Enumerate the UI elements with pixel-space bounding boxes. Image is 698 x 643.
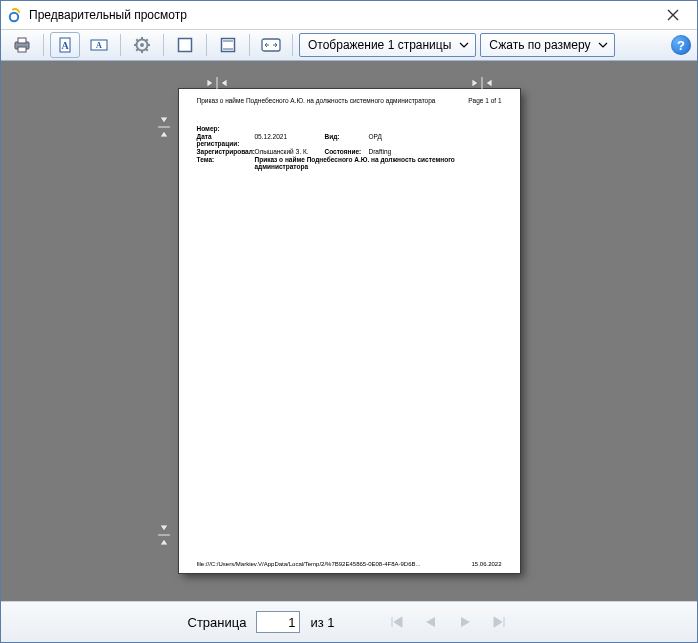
field-subject-label: Тема: — [197, 156, 255, 170]
doc-footer-date: 15.06.2022 — [471, 561, 501, 567]
titlebar: Предварительный просмотр — [1, 1, 697, 30]
doc-header-page: Page 1 of 1 — [468, 97, 501, 104]
pager-bar: Страница из 1 — [1, 601, 697, 642]
field-state-label: Состояние: — [325, 148, 369, 155]
pager-label-suffix: из 1 — [310, 615, 334, 630]
svg-line-17 — [136, 49, 138, 51]
margin-handle-horizontal[interactable] — [472, 77, 492, 89]
view-mode-combo[interactable]: Отображение 1 страницы — [299, 33, 476, 57]
svg-rect-4 — [60, 38, 70, 52]
full-width-button[interactable] — [256, 32, 286, 58]
portrait-button[interactable]: A — [50, 32, 80, 58]
doc-body: Номер: Дата регистрации: 05.12.2021 Вид:… — [197, 125, 502, 171]
toolbar-separator — [120, 34, 121, 56]
field-registeredby-value: Олышанский З. К. — [255, 148, 325, 155]
svg-line-14 — [136, 39, 138, 41]
field-state-value: Drafting — [369, 148, 502, 155]
svg-text:A: A — [61, 40, 69, 51]
field-regdate-value: 05.12.2021 — [255, 133, 325, 147]
pager-last-button[interactable] — [487, 611, 511, 633]
field-regdate-label: Дата регистрации: — [197, 133, 255, 147]
margin-handle-vertical[interactable] — [158, 117, 170, 137]
zoom-combo-label: Сжать по размеру — [489, 38, 590, 52]
field-number-label: Номер: — [197, 125, 255, 132]
close-button[interactable] — [655, 3, 691, 27]
preview-page: Приказ о найме Поднебесного А.Ю. на долж… — [179, 89, 520, 573]
pager-label-prefix: Страница — [188, 615, 247, 630]
svg-line-15 — [146, 49, 148, 51]
toolbar-separator — [163, 34, 164, 56]
svg-rect-6 — [91, 40, 107, 50]
toolbar-separator — [43, 34, 44, 56]
page-setup-button[interactable] — [127, 32, 157, 58]
pager-prev-button[interactable] — [419, 611, 443, 633]
doc-footer-path: file:///C:/Users/Markiev.V/AppData/Local… — [197, 561, 421, 567]
chevron-down-icon — [459, 42, 469, 48]
pager-current-input[interactable] — [256, 611, 300, 633]
doc-header-title: Приказ о найме Поднебесного А.Ю. на долж… — [197, 97, 436, 104]
toolbar-separator — [206, 34, 207, 56]
field-registeredby-label: Зарегистрировал: — [197, 148, 255, 155]
svg-text:A: A — [96, 41, 102, 50]
landscape-button[interactable]: A — [84, 32, 114, 58]
svg-point-8 — [137, 40, 148, 51]
toolbar: A A — [1, 30, 697, 61]
margin-handle-vertical[interactable] — [158, 525, 170, 545]
pager-next-button[interactable] — [453, 611, 477, 633]
app-icon — [7, 7, 23, 23]
field-subject-value: Приказ о найме Поднебесного А.Ю. на долж… — [255, 156, 502, 170]
svg-line-16 — [146, 39, 148, 41]
view-mode-combo-label: Отображение 1 страницы — [308, 38, 451, 52]
field-kind-value: ОРД — [369, 133, 502, 147]
preview-canvas: Приказ о найме Поднебесного А.Ю. на долж… — [1, 61, 697, 601]
svg-rect-2 — [18, 38, 26, 43]
window-title: Предварительный просмотр — [29, 8, 655, 22]
pager-first-button[interactable] — [385, 611, 409, 633]
field-number-value — [255, 125, 325, 132]
svg-rect-3 — [18, 47, 26, 52]
chevron-down-icon — [598, 42, 608, 48]
zoom-combo[interactable]: Сжать по размеру — [480, 33, 615, 57]
svg-rect-22 — [262, 39, 280, 51]
field-kind-label: Вид: — [325, 133, 369, 147]
toolbar-separator — [292, 34, 293, 56]
svg-point-9 — [140, 43, 144, 47]
toolbar-separator — [249, 34, 250, 56]
margin-handle-horizontal[interactable] — [207, 77, 227, 89]
svg-rect-18 — [179, 39, 192, 52]
headers-off-button[interactable] — [170, 32, 200, 58]
svg-rect-19 — [222, 39, 235, 52]
svg-point-0 — [10, 13, 18, 21]
print-button[interactable] — [7, 32, 37, 58]
help-button[interactable]: ? — [671, 35, 691, 55]
headers-on-button[interactable] — [213, 32, 243, 58]
svg-rect-1 — [15, 42, 29, 49]
